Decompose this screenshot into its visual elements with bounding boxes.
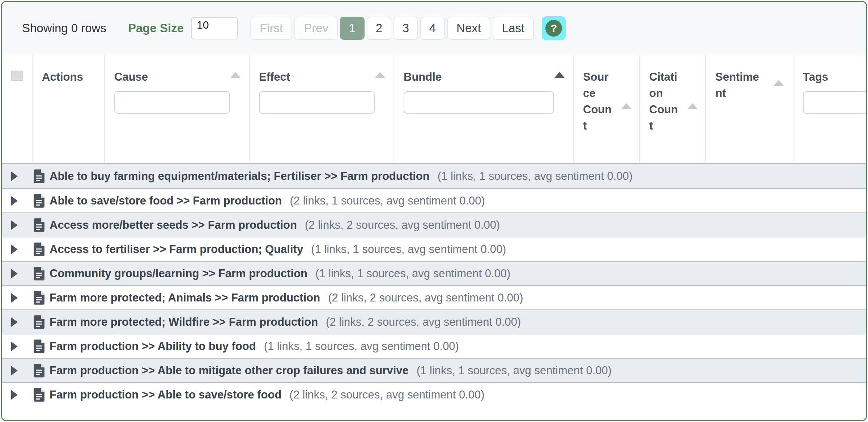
header-cell-source-count[interactable]: Source Count bbox=[574, 55, 640, 163]
expand-caret-icon[interactable] bbox=[11, 220, 18, 230]
sort-asc-active-icon[interactable] bbox=[554, 72, 565, 78]
toolbar: Showing 0 rows Page Size First Prev 1 2 … bbox=[2, 2, 866, 55]
pagination-page-4-button[interactable]: 4 bbox=[420, 17, 445, 40]
expand-caret-icon[interactable] bbox=[11, 172, 18, 181]
table-body: Able to buy farming equipment/materials;… bbox=[2, 164, 866, 406]
group-row[interactable]: Farm more protected; Wildfire >> Farm pr… bbox=[2, 309, 866, 334]
pagination-prev-button[interactable]: Prev bbox=[294, 17, 338, 40]
document-icon bbox=[34, 364, 44, 377]
pagination-first-button[interactable]: First bbox=[250, 17, 292, 40]
group-title: Community groups/learning >> Farm produc… bbox=[50, 267, 307, 280]
header-cell-tags: Tags bbox=[793, 55, 867, 163]
group-row[interactable]: Farm production >> Ability to buy food (… bbox=[2, 334, 866, 358]
group-row[interactable]: Farm more protected; Animals >> Farm pro… bbox=[2, 285, 866, 309]
document-icon bbox=[34, 169, 44, 183]
page-size-input[interactable] bbox=[191, 17, 238, 39]
expand-caret-icon[interactable] bbox=[11, 342, 18, 351]
pagination-page-3-button[interactable]: 3 bbox=[393, 17, 418, 40]
group-title: Access more/better seeds >> Farm product… bbox=[50, 219, 297, 232]
document-icon bbox=[34, 242, 44, 256]
page-size-label: Page Size bbox=[128, 21, 184, 35]
group-meta: (1 links, 1 sources, avg sentiment 0.00) bbox=[417, 364, 612, 377]
header-cell-checkbox bbox=[2, 55, 33, 163]
group-title: Able to buy farming equipment/materials;… bbox=[50, 170, 430, 183]
sort-asc-icon[interactable] bbox=[621, 103, 632, 109]
group-meta: (1 links, 1 sources, avg sentiment 0.00) bbox=[438, 170, 633, 183]
expand-caret-icon[interactable] bbox=[11, 366, 18, 375]
expand-caret-icon[interactable] bbox=[11, 317, 18, 327]
row-count-status: Showing 0 rows bbox=[22, 21, 106, 35]
group-meta: (1 links, 1 sources, avg sentiment 0.00) bbox=[311, 243, 506, 256]
document-icon bbox=[34, 194, 44, 208]
group-meta: (2 links, 2 sources, avg sentiment 0.00) bbox=[326, 316, 521, 329]
document-icon bbox=[34, 291, 44, 305]
expand-caret-icon[interactable] bbox=[11, 245, 18, 254]
group-title: Farm production >> Able to save/store fo… bbox=[50, 388, 281, 401]
group-meta: (2 links, 1 sources, avg sentiment 0.00) bbox=[290, 194, 485, 207]
group-row[interactable]: Community groups/learning >> Farm produc… bbox=[2, 261, 866, 285]
document-icon bbox=[34, 315, 44, 329]
group-row[interactable]: Able to save/store food >> Farm producti… bbox=[2, 188, 866, 212]
expand-caret-icon[interactable] bbox=[11, 196, 18, 206]
tags-filter-input[interactable] bbox=[803, 91, 867, 114]
header-cell-citation-count[interactable]: Citation Count bbox=[640, 55, 706, 163]
group-meta: (1 links, 1 sources, avg sentiment 0.00) bbox=[315, 267, 510, 280]
column-label-actions: Actions bbox=[42, 69, 104, 85]
document-icon bbox=[34, 339, 44, 353]
group-title: Access to fertiliser >> Farm production;… bbox=[50, 243, 303, 256]
expand-caret-icon[interactable] bbox=[11, 293, 18, 303]
column-label-bundle: Bundle bbox=[404, 69, 573, 85]
group-meta: (1 links, 1 sources, avg sentiment 0.00) bbox=[264, 340, 459, 353]
pagination-page-2-button[interactable]: 2 bbox=[367, 17, 391, 40]
table-header: Actions Cause Effect Bundle Source Count… bbox=[2, 55, 866, 164]
pagination-last-button[interactable]: Last bbox=[493, 17, 534, 40]
document-icon bbox=[34, 267, 44, 280]
document-icon bbox=[34, 388, 44, 402]
header-cell-effect[interactable]: Effect bbox=[250, 55, 394, 163]
column-label-effect: Effect bbox=[259, 69, 393, 85]
document-icon bbox=[34, 218, 44, 232]
expand-caret-icon[interactable] bbox=[11, 269, 18, 278]
table-panel: Showing 0 rows Page Size First Prev 1 2 … bbox=[1, 1, 867, 421]
group-title: Farm production >> Ability to buy food bbox=[50, 340, 256, 353]
header-cell-cause[interactable]: Cause bbox=[105, 55, 250, 163]
group-title: Farm more protected; Wildfire >> Farm pr… bbox=[50, 316, 318, 329]
effect-filter-input[interactable] bbox=[259, 91, 375, 114]
group-title: Able to save/store food >> Farm producti… bbox=[50, 194, 282, 207]
group-row[interactable]: Farm production >> Able to save/store fo… bbox=[2, 382, 866, 406]
header-cell-bundle[interactable]: Bundle bbox=[394, 55, 574, 163]
group-meta: (2 links, 2 sources, avg sentiment 0.00) bbox=[305, 219, 500, 232]
select-all-checkbox[interactable] bbox=[11, 71, 23, 81]
column-label-source-count: Source Count bbox=[583, 69, 612, 134]
header-cell-actions: Actions bbox=[33, 55, 105, 163]
cause-filter-input[interactable] bbox=[114, 91, 230, 114]
group-row[interactable]: Farm production >> Able to mitigate othe… bbox=[2, 358, 866, 382]
group-title: Farm more protected; Animals >> Farm pro… bbox=[50, 291, 320, 304]
bundle-filter-input[interactable] bbox=[404, 91, 554, 114]
help-button[interactable]: ? bbox=[542, 16, 566, 40]
group-meta: (2 links, 2 sources, avg sentiment 0.00) bbox=[328, 291, 523, 304]
pagination-page-1-button[interactable]: 1 bbox=[340, 17, 365, 40]
group-meta: (2 links, 2 sources, avg sentiment 0.00) bbox=[289, 388, 484, 401]
expand-caret-icon[interactable] bbox=[11, 390, 18, 400]
header-cell-sentiment[interactable]: Sentiment bbox=[706, 55, 793, 163]
column-label-sentiment: Sentiment bbox=[715, 69, 763, 102]
column-label-tags: Tags bbox=[803, 69, 867, 85]
sort-asc-icon[interactable] bbox=[375, 72, 386, 78]
sort-asc-icon[interactable] bbox=[230, 72, 241, 78]
pagination-next-button[interactable]: Next bbox=[447, 17, 490, 40]
group-row[interactable]: Access more/better seeds >> Farm product… bbox=[2, 212, 866, 237]
pagination: First Prev 1 2 3 4 Next Last bbox=[250, 17, 534, 40]
group-row[interactable]: Access to fertiliser >> Farm production;… bbox=[2, 237, 866, 261]
group-row[interactable]: Able to buy farming equipment/materials;… bbox=[2, 164, 866, 188]
column-label-cause: Cause bbox=[114, 69, 249, 85]
sort-asc-icon[interactable] bbox=[687, 103, 698, 109]
sort-asc-icon[interactable] bbox=[773, 80, 784, 86]
group-title: Farm production >> Able to mitigate othe… bbox=[50, 364, 409, 377]
question-mark-icon: ? bbox=[545, 20, 562, 37]
column-label-citation-count: Citation Count bbox=[649, 69, 678, 134]
